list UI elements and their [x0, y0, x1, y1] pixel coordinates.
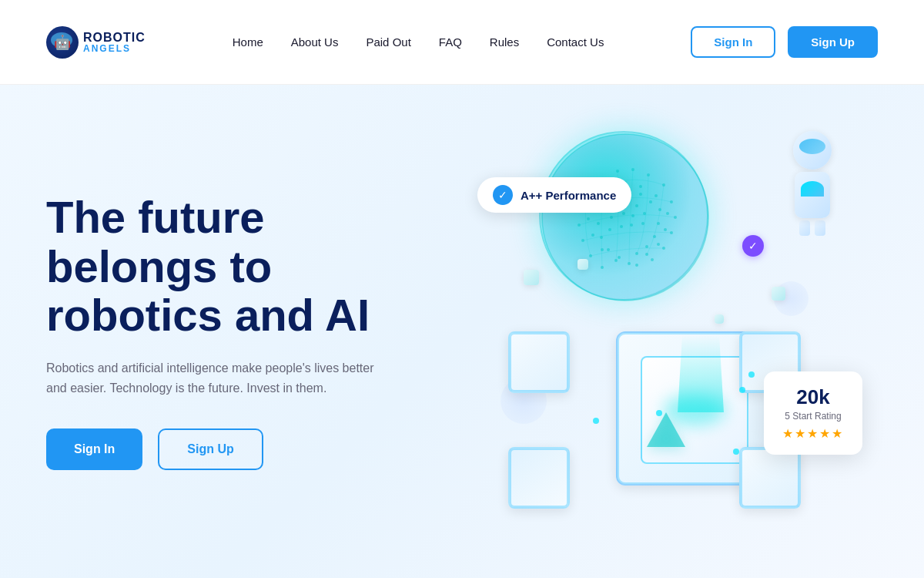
- logo-text: ROBOTIC ANGELS: [83, 32, 146, 53]
- nav-links: Home About Us Paid Out FAQ Rules Contact…: [233, 35, 604, 49]
- nav-rules[interactable]: Rules: [490, 35, 519, 49]
- nav-faq[interactable]: FAQ: [439, 35, 462, 49]
- svg-point-22: [654, 194, 658, 197]
- svg-point-28: [666, 212, 669, 215]
- logo-angels: ANGELS: [83, 44, 146, 53]
- robot-leg-right: [815, 220, 825, 236]
- nav-paidout[interactable]: Paid Out: [366, 35, 410, 49]
- hero-signin-button[interactable]: Sign In: [46, 428, 142, 470]
- svg-point-29: [664, 228, 667, 231]
- nav-signin-button[interactable]: Sign In: [691, 26, 775, 58]
- teal-dot-3: [733, 449, 739, 455]
- check-icon: ✓: [493, 185, 513, 205]
- rating-card: 20k 5 Start Rating ★★★★★: [764, 371, 862, 455]
- nav-contact[interactable]: Contact Us: [547, 35, 604, 49]
- light-beam: [678, 335, 724, 412]
- check-right-icon: ✓: [742, 235, 764, 257]
- rating-count: 20k: [782, 385, 844, 409]
- svg-point-21: [639, 185, 642, 188]
- svg-point-54: [608, 228, 611, 231]
- platform-sm-3: [739, 447, 801, 509]
- float-cube-2: [578, 259, 588, 270]
- teal-dot-4: [656, 410, 662, 416]
- teal-dot-1: [593, 418, 599, 424]
- svg-point-57: [641, 222, 644, 225]
- nav-about[interactable]: About Us: [291, 35, 339, 49]
- hero-left: The future belongs to robotics and AI Ro…: [46, 193, 447, 471]
- rating-stars: ★★★★★: [782, 426, 844, 441]
- navbar: ROBOTIC ANGELS Home About Us Paid Out FA…: [0, 0, 924, 85]
- svg-point-24: [591, 234, 594, 237]
- logo-robotic: ROBOTIC: [83, 32, 146, 44]
- teal-dot-5: [739, 387, 745, 393]
- svg-point-35: [639, 193, 642, 196]
- svg-point-0: [542, 134, 708, 301]
- hero-illustration: ✓ A++ Performance: [447, 85, 878, 578]
- hero-subtitle: Robotics and artificial intelligence mak…: [46, 358, 385, 398]
- svg-point-25: [601, 248, 604, 251]
- nav-home[interactable]: Home: [233, 35, 263, 49]
- svg-point-55: [620, 225, 623, 228]
- svg-point-45: [645, 245, 648, 248]
- svg-point-51: [622, 212, 625, 215]
- svg-point-23: [587, 217, 590, 220]
- pyramid-decoration: [647, 412, 685, 447]
- logo[interactable]: ROBOTIC ANGELS: [46, 26, 146, 59]
- float-cube-3: [772, 287, 785, 301]
- svg-point-30: [657, 243, 660, 246]
- performance-badge: ✓ A++ Performance: [477, 177, 631, 213]
- float-cube-4: [715, 314, 724, 324]
- robot-figure: [793, 131, 832, 236]
- nav-signup-button[interactable]: Sign Up: [788, 26, 878, 58]
- hero-cta: Sign In Sign Up: [46, 428, 447, 470]
- robot-legs: [793, 220, 832, 236]
- platform-sm-2: [508, 447, 570, 509]
- hero-section: The future belongs to robotics and AI Ro…: [0, 85, 924, 578]
- sphere-decoration: [539, 131, 708, 301]
- robot-head: [793, 131, 832, 170]
- svg-point-38: [597, 222, 600, 225]
- robot-body: [795, 172, 830, 218]
- teal-dot-6: [748, 371, 755, 378]
- svg-point-17: [635, 264, 638, 267]
- svg-point-36: [649, 200, 652, 203]
- hero-signup-button[interactable]: Sign Up: [158, 428, 263, 470]
- float-cube-1: [524, 270, 539, 285]
- svg-point-16: [651, 258, 654, 261]
- performance-label: A++ Performance: [521, 189, 616, 202]
- platform-sm-1: [508, 331, 570, 393]
- hero-title: The future belongs to robotics and AI: [46, 193, 447, 340]
- svg-point-41: [618, 256, 621, 259]
- logo-icon: [46, 26, 79, 59]
- svg-point-40: [607, 248, 610, 251]
- nav-buttons: Sign In Sign Up: [691, 26, 878, 58]
- robot-leg-left: [799, 220, 810, 236]
- svg-point-49: [635, 204, 638, 207]
- rating-label: 5 Start Rating: [782, 411, 844, 422]
- sphere-svg: [541, 133, 710, 302]
